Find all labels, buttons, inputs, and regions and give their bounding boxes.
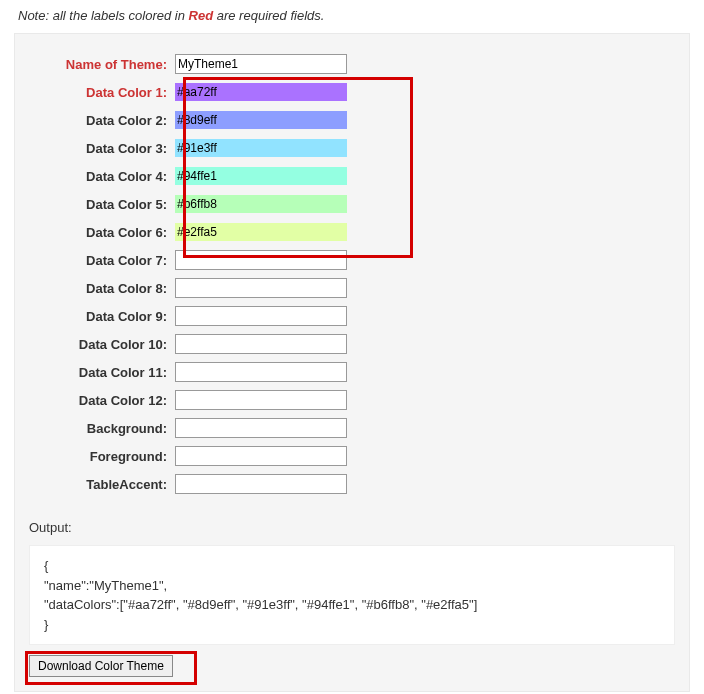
swatch-color-6[interactable]: #e2ffa5: [175, 223, 347, 241]
label-tableaccent: TableAccent:: [29, 477, 175, 492]
label-color-2: Data Color 2:: [29, 113, 175, 128]
input-color-9[interactable]: [175, 306, 347, 326]
swatch-color-4[interactable]: #94ffe1: [175, 167, 347, 185]
output-box: { "name":"MyTheme1", "dataColors":["#aa7…: [29, 545, 675, 645]
input-color-8[interactable]: [175, 278, 347, 298]
input-background[interactable]: [175, 418, 347, 438]
output-line-1: {: [44, 556, 660, 576]
label-background: Background:: [29, 421, 175, 436]
label-color-3: Data Color 3:: [29, 141, 175, 156]
swatch-color-1[interactable]: #aa72ff: [175, 83, 347, 101]
swatch-color-5[interactable]: #b6ffb8: [175, 195, 347, 213]
note-suffix: are required fields.: [213, 8, 324, 23]
label-theme-name: Name of Theme:: [29, 57, 175, 72]
label-color-10: Data Color 10:: [29, 337, 175, 352]
output-label: Output:: [29, 520, 675, 535]
swatch-color-3[interactable]: #91e3ff: [175, 139, 347, 157]
input-theme-name[interactable]: [175, 54, 347, 74]
theme-panel: Name of Theme: Data Color 1: #aa72ff Dat…: [14, 33, 690, 692]
output-line-2: "name":"MyTheme1",: [44, 576, 660, 596]
label-color-5: Data Color 5:: [29, 197, 175, 212]
label-color-1: Data Color 1:: [29, 85, 175, 100]
input-foreground[interactable]: [175, 446, 347, 466]
note-emphasis: Red: [189, 8, 214, 23]
label-color-11: Data Color 11:: [29, 365, 175, 380]
output-line-4: }: [44, 615, 660, 635]
label-foreground: Foreground:: [29, 449, 175, 464]
label-color-7: Data Color 7:: [29, 253, 175, 268]
output-line-3: "dataColors":["#aa72ff", "#8d9eff", "#91…: [44, 595, 660, 615]
input-tableaccent[interactable]: [175, 474, 347, 494]
label-color-4: Data Color 4:: [29, 169, 175, 184]
input-color-10[interactable]: [175, 334, 347, 354]
label-color-8: Data Color 8:: [29, 281, 175, 296]
input-color-12[interactable]: [175, 390, 347, 410]
label-color-6: Data Color 6:: [29, 225, 175, 240]
note-prefix: Note: all the labels colored in: [18, 8, 189, 23]
input-color-7[interactable]: [175, 250, 347, 270]
download-button[interactable]: Download Color Theme: [29, 655, 173, 677]
input-color-11[interactable]: [175, 362, 347, 382]
label-color-12: Data Color 12:: [29, 393, 175, 408]
label-color-9: Data Color 9:: [29, 309, 175, 324]
note-text: Note: all the labels colored in Red are …: [0, 0, 704, 33]
swatch-color-2[interactable]: #8d9eff: [175, 111, 347, 129]
